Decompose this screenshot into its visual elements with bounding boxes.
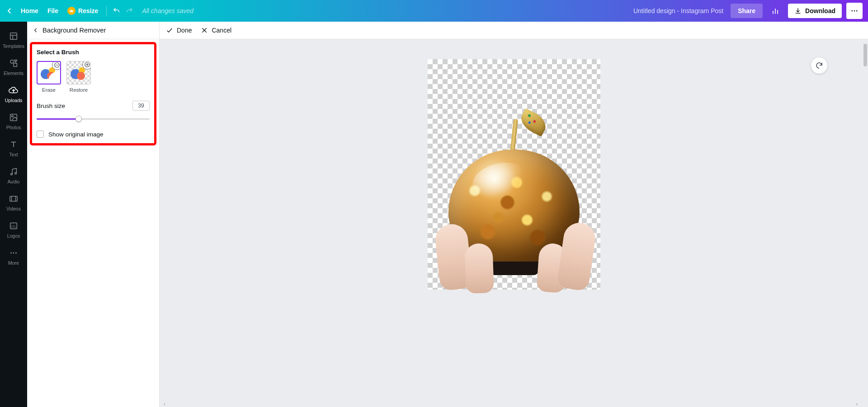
brush-size-input[interactable]	[132, 101, 150, 111]
text-icon	[8, 139, 19, 150]
resize-label: Resize	[78, 7, 98, 14]
document-title[interactable]: Untitled design - Instagram Post	[633, 7, 723, 14]
plus-icon	[82, 61, 91, 70]
svg-marker-12	[14, 60, 17, 63]
logos-icon: CO.	[8, 220, 19, 231]
home-button[interactable]: Home	[16, 4, 43, 18]
apple-stem	[509, 119, 518, 154]
nav-videos[interactable]: Videos	[0, 189, 27, 216]
top-bar: Home File Resize All changes saved Untit…	[0, 0, 868, 22]
hand-finger	[464, 243, 494, 294]
nav-label: Audio	[8, 179, 20, 184]
show-original-checkbox[interactable]: Show original image	[37, 131, 150, 138]
svg-rect-20	[10, 196, 18, 201]
svg-point-10	[10, 60, 14, 63]
svg-rect-14	[10, 114, 17, 121]
uploads-icon	[8, 85, 19, 96]
resize-button[interactable]: Resize	[63, 4, 103, 18]
svg-point-15	[11, 115, 13, 117]
canvas-artboard[interactable]	[428, 59, 600, 290]
svg-point-26	[13, 253, 14, 254]
svg-point-4	[851, 10, 853, 12]
panel-back-button[interactable]: Background Remover	[27, 22, 159, 39]
brush-settings-region: Select a Brush Erase	[30, 42, 156, 145]
nav-templates[interactable]: Templates	[0, 26, 27, 53]
save-status: All changes saved	[142, 7, 193, 14]
section-title: Select a Brush	[37, 49, 150, 56]
nav-label: More	[8, 260, 19, 266]
canvas-area[interactable]	[160, 39, 868, 407]
panel-title: Background Remover	[42, 27, 106, 34]
nav-label: Logos	[7, 233, 20, 239]
more-icon	[8, 248, 19, 258]
nav-label: Text	[9, 152, 18, 157]
nav-uploads[interactable]: Uploads	[0, 80, 27, 108]
audio-icon	[8, 166, 19, 177]
nav-more[interactable]: More	[0, 243, 27, 270]
checkbox-box	[37, 131, 44, 138]
more-menu-button[interactable]	[846, 3, 863, 19]
svg-point-19	[15, 173, 17, 174]
svg-marker-35	[164, 403, 165, 406]
brush-erase-label: Erase	[37, 87, 61, 93]
nav-label: Videos	[6, 206, 21, 211]
done-label: Done	[177, 27, 192, 34]
vertical-scrollbar[interactable]	[863, 44, 867, 66]
videos-icon	[8, 193, 19, 204]
nav-elements[interactable]: Elements	[0, 53, 27, 80]
back-chevron-icon[interactable]	[5, 7, 14, 15]
apple-leaf	[517, 108, 550, 136]
svg-rect-7	[10, 33, 17, 40]
apple-base	[489, 262, 539, 275]
share-button[interactable]: Share	[731, 4, 763, 18]
templates-icon	[8, 31, 19, 42]
reset-button[interactable]	[811, 57, 827, 74]
svg-marker-36	[856, 403, 858, 406]
download-label: Download	[805, 7, 835, 14]
side-panel: Background Remover Select a Brush Erase	[27, 22, 160, 407]
cancel-button[interactable]: Cancel	[201, 27, 231, 34]
svg-point-6	[856, 10, 858, 12]
show-original-label: Show original image	[48, 131, 104, 138]
done-button[interactable]: Done	[166, 27, 192, 34]
left-nav: Templates Elements Uploads Photos Text A…	[0, 22, 27, 407]
brush-restore-label: Restore	[66, 87, 91, 93]
nav-label: Elements	[4, 70, 24, 76]
nav-label: Templates	[3, 43, 24, 49]
nav-photos[interactable]: Photos	[0, 108, 27, 135]
crown-icon	[67, 7, 75, 15]
slider-thumb[interactable]	[75, 116, 82, 122]
download-button[interactable]: Download	[788, 4, 842, 18]
cancel-label: Cancel	[212, 27, 231, 34]
nav-label: Photos	[6, 125, 21, 130]
svg-point-25	[10, 253, 12, 254]
brush-erase[interactable]: Erase	[37, 61, 61, 93]
nav-logos[interactable]: CO. Logos	[0, 216, 27, 243]
svg-rect-11	[14, 63, 17, 66]
nav-label: Uploads	[5, 98, 23, 103]
undo-button[interactable]	[110, 5, 123, 17]
redo-button[interactable]	[123, 5, 136, 17]
minus-icon	[52, 61, 61, 70]
file-button[interactable]: File	[43, 4, 63, 18]
insights-button[interactable]	[767, 3, 783, 19]
svg-point-5	[854, 10, 855, 12]
editor-sub-toolbar: Done Cancel	[160, 22, 868, 39]
elements-icon	[8, 58, 19, 69]
svg-point-18	[11, 173, 13, 175]
subject-image[interactable]	[437, 100, 591, 290]
nav-text[interactable]: Text	[0, 135, 27, 162]
svg-point-27	[15, 253, 17, 254]
brush-restore[interactable]: Restore	[66, 61, 91, 93]
photos-icon	[8, 112, 19, 123]
brush-size-label: Brush size	[37, 103, 65, 109]
divider	[106, 6, 107, 16]
horizontal-scrollbar[interactable]	[162, 402, 859, 406]
svg-text:CO.: CO.	[11, 225, 16, 228]
brush-size-slider[interactable]	[37, 115, 150, 122]
nav-audio[interactable]: Audio	[0, 162, 27, 189]
